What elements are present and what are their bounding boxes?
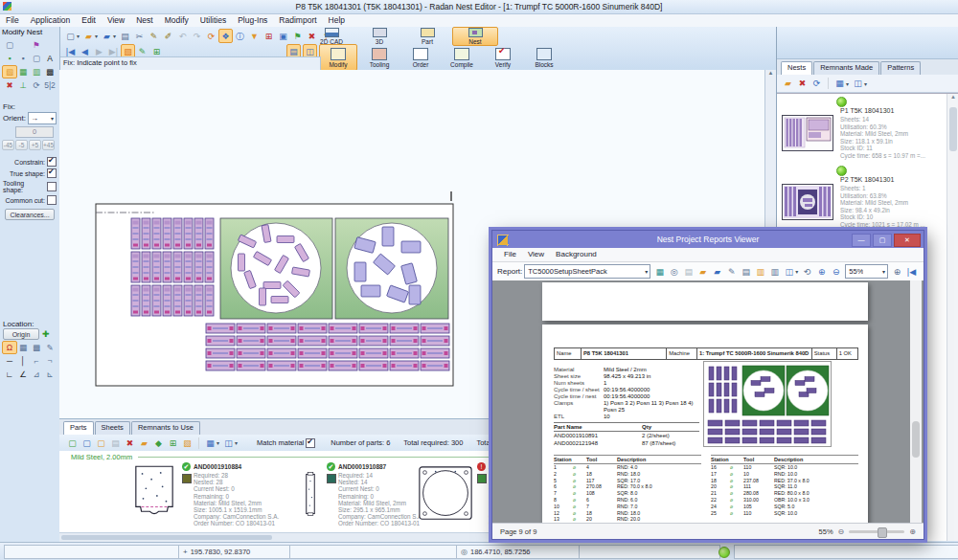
print-icon[interactable]: ▤▾ [118,29,132,43]
save-icon[interactable]: ▰▾ [100,29,118,43]
ribbon-button[interactable]: Blocks [525,44,563,71]
menu-item[interactable]: Modify [159,14,194,26]
layout-icon[interactable]: ▥▾ [767,264,782,279]
ribbon-button[interactable]: Nest [452,27,498,46]
ribbon-button[interactable]: Order [401,44,440,71]
angle-step-button[interactable]: -5 [15,140,28,150]
panel-tab[interactable]: Patterns [880,61,921,75]
ribbon-button[interactable]: 2D CAD [308,27,354,46]
save-icon[interactable]: ▰▾ [710,264,724,279]
minimize-button[interactable]: — [852,234,871,247]
snap-corner2-icon[interactable]: ¬ [42,354,57,368]
close-button[interactable]: ✕ [894,234,921,247]
info-icon[interactable]: ⓘ▾ [233,29,247,43]
open-icon[interactable]: ▰▾ [81,29,100,43]
dialog-menu-item[interactable]: Background [550,248,603,261]
zoom-out-icon[interactable]: ⊖ [838,527,845,536]
snap-free-icon[interactable]: ✎ [42,341,57,354]
print-icon[interactable]: ▤▾ [739,264,753,279]
cut-icon[interactable]: ✂▾ [132,29,147,43]
menu-item[interactable]: View [102,14,130,26]
ribbon-button[interactable]: Modify [319,44,357,71]
report-select[interactable]: TC5000SetupSheetPack ▾ [524,264,650,279]
sort-mode-icon[interactable]: ◫▾ [851,77,869,91]
blank[interactable] [42,38,57,52]
dialog-menu-item[interactable]: File [498,248,522,261]
nav-first-icon[interactable]: |◀ [904,264,919,279]
clearances-button[interactable]: Clearances... [5,209,55,220]
panel-tab[interactable]: Remnants to Use [131,421,200,435]
refresh-icon[interactable]: ⟳▾ [204,29,218,43]
angle-step-button[interactable]: -45 [2,140,14,150]
grid-dots-icon[interactable]: ▩ [42,65,57,78]
checkbox[interactable] [47,182,57,191]
report-preview-area[interactable]: Name P8 T5K 18041301 Machine 1: Trumpf T… [492,280,924,524]
menu-item[interactable]: Help [323,14,351,26]
ribbon-button[interactable]: Compile [443,44,481,71]
snap-angle3-icon[interactable]: ⊾ [42,368,57,381]
filter-mode-icon[interactable]: ◫▾ [221,436,240,450]
menu-item[interactable]: Utilities [194,14,232,26]
maximize-button[interactable]: ▢ [873,234,892,247]
sheet-flag-icon[interactable]: ⚑▾ [290,29,305,43]
text-icon[interactable]: A [42,52,57,65]
new-icon[interactable]: ▢▾ [63,29,81,43]
zoom-select[interactable]: 55% ▾ [845,264,888,279]
filter-icon[interactable]: ▼▾ [247,29,262,43]
menu-item[interactable]: Radimport [273,14,322,26]
panel-tab[interactable]: Remnants Made [813,61,879,75]
menu-item[interactable]: Nest [130,14,158,26]
auto-nest-icon[interactable]: ❖▾ [218,29,233,43]
nest-list-scrollbar[interactable]: ▲ [947,94,958,541]
nest-list-item[interactable]: P2 T5K 18041301 Sheets: 1Utilisation: 63… [777,163,958,232]
move-origin-icon[interactable]: ✚ [42,329,50,339]
open-icon[interactable]: ▰▾ [696,264,710,279]
menu-item[interactable]: Edit [76,14,102,26]
checkbox[interactable] [47,195,57,205]
orient-select[interactable]: →▾ [28,112,57,124]
ribbon-button[interactable]: Verify [484,44,522,71]
ribbon-button[interactable]: Tooling [360,44,399,71]
ribbon-button[interactable]: Part [404,27,450,46]
measure-icon[interactable]: ▣▾ [276,29,290,43]
page-setup-icon[interactable]: ◫▾ [782,264,800,279]
refresh-icon[interactable]: ⟲▾ [800,264,814,279]
zoom-slider[interactable] [849,530,904,533]
new-part-icon[interactable]: ▢ [65,436,80,450]
panel-tab[interactable]: Sheets [95,421,130,435]
angle-input[interactable]: 0 [15,126,54,138]
origin-button[interactable]: Origin [3,328,39,340]
report-icon[interactable]: ▧ [180,436,194,450]
grid-icon[interactable]: ⊞▾ [262,29,276,43]
import-part-icon[interactable]: ▢ [94,436,108,450]
nest-list-item[interactable]: P1 T5K 18041301 Sheets: 14Utilisation: 6… [777,94,958,163]
find-icon[interactable]: ◎▾ [667,264,681,279]
pen-icon[interactable]: ✐▾ [161,29,175,43]
split-icon[interactable]: 5|2 [42,78,57,92]
menu-item[interactable]: Plug-Ins [232,14,273,26]
checkbox[interactable] [47,157,57,167]
redo-icon[interactable]: ↷▾ [190,29,204,43]
menu-item[interactable]: File [0,14,25,26]
ribbon-button[interactable]: 3D [356,27,402,46]
delete-nest-icon[interactable]: ✖ [795,77,810,91]
open-nest-icon[interactable]: ▰ [781,77,795,91]
table-icon[interactable]: ⊞ [166,436,180,450]
zoom-in-icon[interactable]: ⊕▾ [814,264,829,279]
edit-icon[interactable]: ✎▾ [724,264,739,279]
dialog-titlebar[interactable]: Nest Project Reports Viewer — ▢ ✕ [492,231,924,248]
copy-icon[interactable]: ▤ [108,436,123,450]
view-mode-icon[interactable]: ▦▾ [833,77,851,91]
zoom-window-icon[interactable]: ⊕ [890,264,904,279]
zoom-out-icon[interactable]: ⊖▾ [829,264,843,279]
panel-tab[interactable]: Nests [781,61,812,75]
export-icon[interactable]: ▥▾ [753,264,767,279]
dialog-menu-item[interactable]: View [522,248,550,261]
zoom-slider-knob[interactable] [878,527,887,538]
view-mode-icon[interactable]: ▦▾ [203,436,221,450]
folder-icon[interactable]: ▰ [137,436,151,450]
angle-step-button[interactable]: +45 [42,140,55,150]
zoom-in-icon[interactable]: ⊕ [909,527,916,536]
attach-icon[interactable]: ◆ [151,436,166,450]
menu-item[interactable]: Application [25,14,77,26]
